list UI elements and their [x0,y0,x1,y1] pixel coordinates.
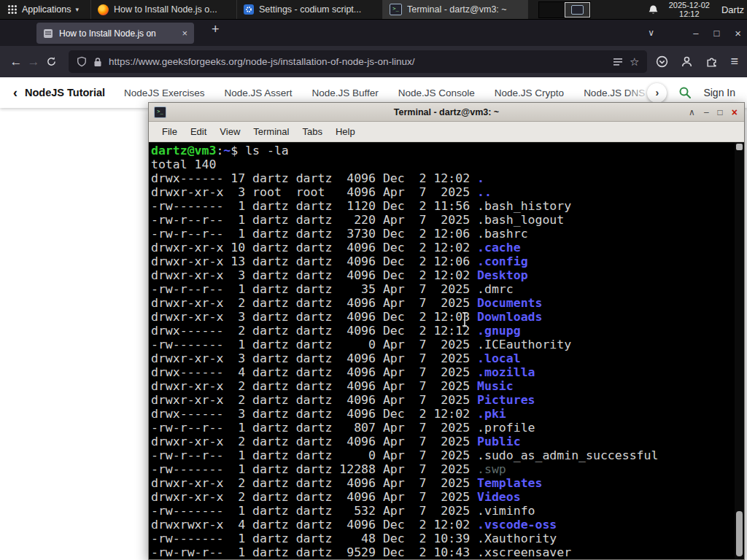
window-controls: ∨ – □ × [648,20,741,46]
list-all-tabs-icon[interactable]: ∨ [648,28,654,38]
tracking-shield-icon [77,56,87,67]
search-icon[interactable] [678,86,692,99]
menu-help[interactable]: Help [329,126,362,137]
workspace-switcher[interactable] [538,1,591,18]
sign-in-button[interactable]: Sign In [703,87,735,98]
extensions-puzzle-icon[interactable] [705,55,718,68]
menu-edit[interactable]: Edit [184,126,213,137]
terminal-icon: >_ [390,4,402,15]
terminal-line: -rw-r--r-- 1 dartz dartz 807 Apr 7 2025 … [151,421,733,435]
browser-tab-active[interactable]: How to Install Node.js on × [36,23,194,44]
terminal-line: -rw------- 1 dartz dartz 12288 Apr 7 202… [151,462,733,476]
menu-icon[interactable]: ≡ [730,54,738,69]
maximize-button[interactable]: □ [718,107,723,117]
new-tab-button[interactable]: + [212,22,220,37]
terminal-line: drwxr-xr-x 2 dartz dartz 4096 Apr 7 2025… [151,296,733,310]
toolbar-icons: ≡ [656,54,738,69]
nav-link[interactable]: Node.JS Crypto [495,88,564,98]
nav-prev-icon[interactable]: ‹ [13,85,18,101]
applications-menu-button[interactable]: Applications ▾ [0,0,86,19]
nav-link-primary[interactable]: NodeJS Tutorial [25,87,105,98]
terminal-line: drwxr-xr-x 10 dartz dartz 4096 Dec 2 12:… [151,241,733,254]
shade-button[interactable]: ∧ [689,107,695,117]
applications-grid-icon [7,4,18,15]
workspace-window-thumbnail [571,5,584,15]
nav-link[interactable]: Node.JS Buffer [311,88,378,98]
url-text[interactable]: https://www.geeksforgeeks.org/node-js/in… [109,56,606,67]
terminal-window-controls: ∧ – □ × [689,106,744,118]
mouse-ibeam-cursor [460,311,470,327]
terminal-line: -rw-r--r-- 1 dartz dartz 0 Apr 7 2025 .s… [151,448,733,462]
menu-terminal[interactable]: Terminal [247,126,295,137]
top-panel: Applications ▾ How to Install Node.js o.… [0,0,747,20]
terminal-line: drwxr-xr-x 13 dartz dartz 4096 Dec 2 12:… [151,254,733,268]
taskbar-window-title: Settings - codium script... [259,4,376,15]
firefox-tab-bar: How to Install Node.js on × + ∨ – □ × [0,20,747,46]
terminal-line: -rw-r--r-- 1 dartz dartz 220 Apr 7 2025 … [151,213,733,227]
terminal-titlebar[interactable]: >_ Terminal - dartz@vm3: ~ ∧ – □ × [149,103,744,122]
minimize-button[interactable]: – [704,107,709,117]
nav-link[interactable]: NodeJS Exercises [124,88,204,98]
forward-button[interactable]: → [25,55,42,69]
nav-link[interactable]: Node.JS Console [398,88,475,98]
terminal-line: drwx------ 4 dartz dartz 4096 Apr 7 2025… [151,365,733,379]
workspace-1[interactable] [539,2,565,18]
tab-title: How to Install Node.js on [59,28,176,39]
nav-next-icon: › [656,87,659,98]
terminal-line: drwxr-xr-x 3 dartz dartz 4096 Dec 2 12:0… [151,310,733,324]
terminal-line: -rw-rw-r-- 1 dartz dartz 9529 Dec 2 10:4… [151,545,733,559]
terminal-output: dartz@vm3:~$ ls -latotal 140drwx------ 1… [151,144,733,559]
page-favicon [43,28,53,39]
menu-tabs[interactable]: Tabs [295,126,328,137]
terminal-title: Terminal - dartz@vm3: ~ [149,107,744,117]
url-bar[interactable]: https://www.geeksforgeeks.org/node-js/in… [69,50,647,73]
firefox-navigation-bar: ← → https://www.geeksforgeeks.org/node-j… [0,46,747,77]
maximize-button[interactable]: □ [713,28,719,39]
terminal-line: -rw-r--r-- 1 dartz dartz 35 Apr 7 2025 .… [151,282,733,296]
settings-gear-icon [244,4,254,15]
reader-view-icon[interactable] [613,57,623,67]
firefox-icon [98,4,109,15]
chevron-down-icon: ▾ [75,6,79,13]
nav-link[interactable]: Node.JS Assert [224,88,292,98]
terminal-line: -rw------- 1 dartz dartz 0 Apr 7 2025 .I… [151,338,733,351]
terminal-line: drwxrwxr-x 4 dartz dartz 4096 Dec 2 12:0… [151,518,733,532]
clock[interactable]: 2025-12-02 12:12 [669,1,710,19]
panel-username: Dartz [721,4,744,15]
terminal-screen[interactable]: dartz@vm3:~$ ls -latotal 140drwx------ 1… [149,142,744,559]
taskbar-window-firefox[interactable]: How to Install Node.js o... [90,0,236,19]
taskbar-window-terminal[interactable]: >_ Terminal - dartz@vm3: ~ [382,0,528,19]
terminal-line: drwxr-xr-x 2 dartz dartz 4096 Apr 7 2025… [151,476,733,490]
notification-bell-icon[interactable] [648,4,659,15]
menu-file[interactable]: File [155,126,184,137]
terminal-line: -rw------- 1 dartz dartz 532 Apr 7 2025 … [151,504,733,518]
close-button[interactable]: × [735,27,741,39]
terminal-line: drwx------ 17 dartz dartz 4096 Dec 2 12:… [151,171,733,185]
terminal-line: -rw-r--r-- 1 dartz dartz 3730 Dec 2 12:0… [151,227,733,241]
desktop: Applications ▾ How to Install Node.js o.… [0,0,747,560]
terminal-line: drwx------ 3 dartz dartz 4096 Dec 2 12:0… [151,407,733,421]
taskbar-window-settings[interactable]: Settings - codium script... [236,0,382,19]
account-icon[interactable] [681,55,693,68]
close-button[interactable]: × [732,106,738,118]
clock-time: 12:12 [669,9,710,19]
taskbar: How to Install Node.js o... Settings - c… [90,0,528,19]
terminal-window: >_ Terminal - dartz@vm3: ~ ∧ – □ × File … [148,102,745,560]
nav-next-button[interactable]: › [647,83,667,103]
taskbar-window-title: Terminal - dartz@vm3: ~ [407,4,521,15]
terminal-menubar: File Edit View Terminal Tabs Help [149,122,744,142]
pocket-icon[interactable] [656,55,668,68]
tab-close-icon[interactable]: × [182,28,187,39]
minimize-button[interactable]: – [693,28,698,39]
terminal-line: dartz@vm3:~$ ls -la [151,144,733,158]
bookmark-star-icon[interactable]: ☆ [630,55,639,69]
reload-button[interactable] [42,56,60,67]
terminal-line: drwxr-xr-x 2 dartz dartz 4096 Apr 7 2025… [151,393,733,407]
terminal-scrollbar[interactable] [735,142,744,559]
scrollbar-arrow[interactable] [736,144,743,150]
back-button[interactable]: ← [7,55,25,69]
menu-view[interactable]: View [213,126,247,137]
terminal-line: drwxr-xr-x 2 dartz dartz 4096 Apr 7 2025… [151,435,733,448]
workspace-2-active[interactable] [565,2,590,18]
scrollbar-thumb[interactable] [736,511,743,556]
